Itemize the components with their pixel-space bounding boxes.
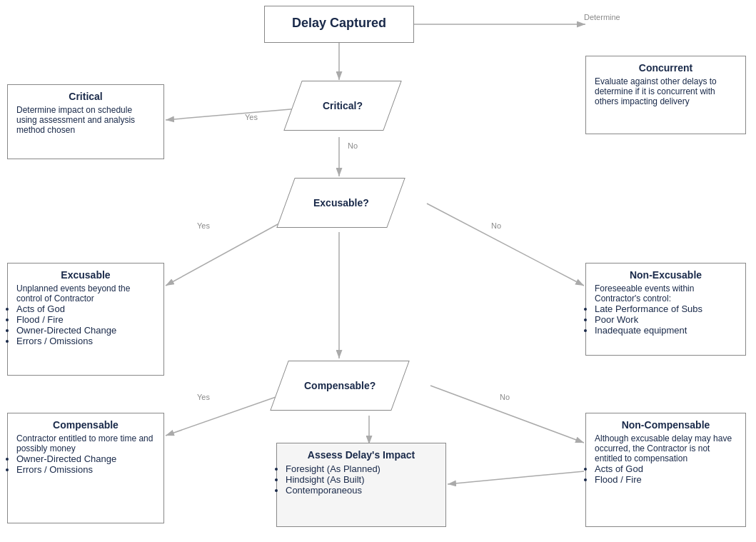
compensable-diamond: Compensable? bbox=[273, 356, 405, 416]
excusable-item-3: Owner-Directed Change bbox=[16, 325, 155, 336]
non-compensable-box-body: Although excusable delay may have occurr… bbox=[595, 433, 737, 463]
excusable-diamond: Excusable? bbox=[281, 174, 400, 232]
excusable-box: Excusable Unplanned events beyond the co… bbox=[7, 263, 164, 376]
excusable-item-4: Errors / Omissions bbox=[16, 336, 155, 346]
no-compensable-label: No bbox=[500, 393, 510, 401]
compensable-item-1: Owner-Directed Change bbox=[16, 453, 155, 464]
svg-line-11 bbox=[448, 471, 584, 484]
non-excusable-box-list: Late Performance of Subs Poor Work Inade… bbox=[595, 303, 737, 336]
critical-diamond-label: Critical? bbox=[323, 100, 363, 111]
assess-item-1: Foresight (As Planned) bbox=[286, 463, 437, 474]
flowchart: Determine Yes No Yes No Yes No Delay Cap… bbox=[0, 0, 756, 542]
critical-box-body: Determine impact on schedule using asses… bbox=[16, 105, 155, 135]
non-excusable-box-body: Foreseeable events within Contractor's c… bbox=[595, 283, 737, 303]
determine-label: Determine bbox=[584, 13, 620, 21]
non-compensable-item-2: Flood / Fire bbox=[595, 474, 737, 485]
svg-line-6 bbox=[427, 204, 584, 286]
critical-box: Critical Determine impact on schedule us… bbox=[7, 84, 164, 159]
non-compensable-box: Non-Compensable Although excusable delay… bbox=[585, 413, 746, 527]
concurrent-box-title: Concurrent bbox=[595, 62, 737, 74]
concurrent-box: Concurrent Evaluate against other delays… bbox=[585, 56, 746, 134]
assess-box-list: Foresight (As Planned) Hindsight (As Bui… bbox=[286, 463, 437, 496]
yes-compensable-label: Yes bbox=[197, 393, 210, 401]
assess-box-title: Assess Delay's Impact bbox=[286, 449, 437, 461]
delay-captured-title: Delay Captured bbox=[292, 16, 386, 31]
no-critical-label: No bbox=[348, 141, 358, 150]
assess-item-3: Contemporaneous bbox=[286, 485, 437, 496]
assess-box: Assess Delay's Impact Foresight (As Plan… bbox=[276, 443, 446, 527]
non-excusable-box-title: Non-Excusable bbox=[595, 269, 737, 281]
excusable-diamond-label: Excusable? bbox=[313, 197, 368, 209]
yes-excusable-label: Yes bbox=[197, 221, 210, 230]
excusable-diamond-shape: Excusable? bbox=[276, 178, 405, 228]
compensable-diamond-label: Compensable? bbox=[303, 380, 375, 391]
excusable-box-title: Excusable bbox=[16, 269, 155, 281]
compensable-diamond-shape: Compensable? bbox=[270, 361, 409, 411]
excusable-box-body: Unplanned events beyond the control of C… bbox=[16, 283, 155, 303]
compensable-box: Compensable Contractor entitled to more … bbox=[7, 413, 164, 523]
non-excusable-item-1: Late Performance of Subs bbox=[595, 303, 737, 314]
excusable-item-1: Acts of God bbox=[16, 303, 155, 314]
compensable-box-list: Owner-Directed Change Errors / Omissions bbox=[16, 453, 155, 475]
non-compensable-item-1: Acts of God bbox=[595, 463, 737, 474]
critical-diamond: Critical? bbox=[286, 77, 400, 134]
assess-item-2: Hindsight (As Built) bbox=[286, 474, 437, 485]
non-compensable-box-list: Acts of God Flood / Fire bbox=[595, 463, 737, 485]
yes-critical-label: Yes bbox=[245, 113, 258, 121]
non-compensable-box-title: Non-Compensable bbox=[595, 419, 737, 431]
compensable-box-title: Compensable bbox=[16, 419, 155, 431]
compensable-item-2: Errors / Omissions bbox=[16, 464, 155, 475]
critical-diamond-shape: Critical? bbox=[283, 81, 401, 131]
compensable-box-body: Contractor entitled to more time and pos… bbox=[16, 433, 155, 453]
excusable-item-2: Flood / Fire bbox=[16, 314, 155, 325]
non-excusable-box: Non-Excusable Foreseeable events within … bbox=[585, 263, 746, 356]
critical-box-title: Critical bbox=[16, 91, 155, 102]
no-excusable-label: No bbox=[491, 221, 501, 230]
non-excusable-item-3: Inadequate equipment bbox=[595, 325, 737, 336]
concurrent-box-body: Evaluate against other delays to determi… bbox=[595, 76, 737, 106]
delay-captured-box: Delay Captured bbox=[264, 6, 414, 43]
excusable-box-list: Acts of God Flood / Fire Owner-Directed … bbox=[16, 303, 155, 346]
non-excusable-item-2: Poor Work bbox=[595, 314, 737, 325]
